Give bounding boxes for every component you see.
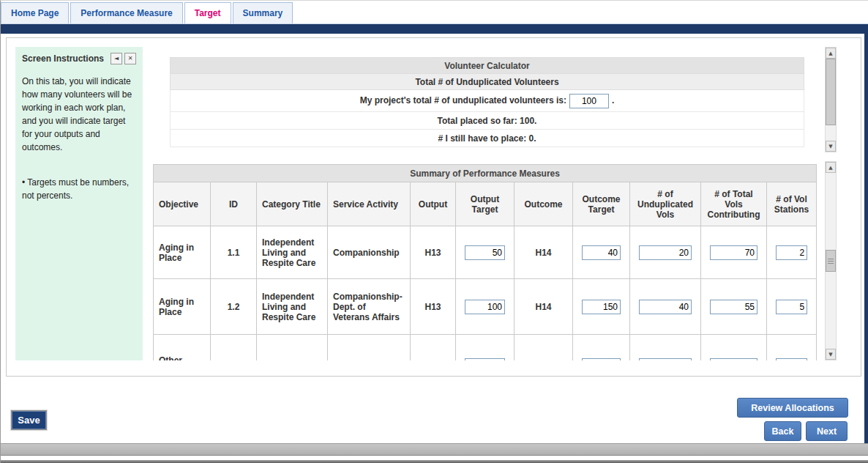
scroll-down-icon[interactable]: ▼ [826,141,836,152]
window-right-edge [864,24,868,443]
cell-id: 1.2 [211,279,257,335]
col-output: Output [411,182,456,226]
col-output-target: Output Target [456,182,515,226]
scrollbar-thumb[interactable] [826,59,836,125]
col-outcome-target: Outcome Target [573,182,630,226]
total-placed-text: Total placed so far: 100. [171,112,804,130]
output-target-input[interactable] [465,358,505,361]
performance-measures-scrollarea: Summary of Performance Measures Objectiv… [153,161,825,360]
outcome-target-input[interactable] [582,300,621,314]
save-button[interactable]: Save [11,410,47,430]
summary-header-row: Objective ID Category Title Service Acti… [154,182,817,226]
collapse-panel-icon[interactable]: ◄ [111,53,122,64]
header-divider-bar [1,24,868,34]
col-service-activity: Service Activity [328,182,411,226]
performance-measures-table: Summary of Performance Measures Objectiv… [153,164,817,360]
cell-id: 1.1 [211,226,257,279]
instructions-note: • Targets must be numbers, not percents. [22,176,136,202]
performance-measures-section: Summary of Performance Measures Objectiv… [153,161,837,360]
cell-objective: Other Healthy [154,335,211,361]
outcome-target-input[interactable] [582,358,621,361]
next-button[interactable]: Next [806,421,848,441]
calculator-title: Volunteer Calculator [171,58,804,74]
label-period: . [612,95,614,105]
summary-title: Summary of Performance Measures [154,165,817,182]
scroll-up-icon[interactable]: ▲ [826,48,836,59]
col-id: ID [211,182,257,226]
screen-instructions-panel: Screen Instructions ◄ ✕ On this tab, you… [15,47,143,360]
table-row: Other Healthy 2.1 Other Serving Non- OT2 [154,335,817,361]
cell-service-activity: Companionship [328,226,411,279]
cell-outcome: H14 [515,226,573,279]
col-objective: Objective [154,182,211,226]
cell-service-activity: Companionship-Dept. of Veterans Affairs [328,279,411,335]
volunteer-calculator-section: Volunteer Calculator Total # of Unduplic… [153,47,837,152]
cell-objective: Aging in Place [154,279,211,335]
cell-category-title: Independent Living and Respite Care [257,226,328,279]
scrollbar-track[interactable] [826,173,836,349]
cell-outcome: H14 [515,279,573,335]
cell-category-title: Other [257,335,328,361]
cell-output: H13 [411,279,456,335]
table-row: Aging in Place 1.2 Independent Living an… [154,279,817,335]
unduplicated-vols-input[interactable] [639,245,692,260]
total-vols-input[interactable] [710,300,757,314]
total-vols-input[interactable] [710,358,757,361]
cell-category-title: Independent Living and Respite Care [257,279,328,335]
col-outcome: Outcome [515,182,573,226]
content-frame: Screen Instructions ◄ ✕ On this tab, you… [6,37,861,377]
scrollbar-grip-icon [828,259,834,264]
status-bar [1,443,868,456]
tab-summary[interactable]: Summary [233,2,293,23]
calculator-scrollbar[interactable]: ▲ ▼ [825,47,837,152]
col-unduplicated-vols: # of Unduplicated Vols [630,182,701,226]
volunteer-calculator-scrollarea: Volunteer Calculator Total # of Unduplic… [153,47,825,152]
review-allocations-button[interactable]: Review Allocations [737,398,848,418]
app-window: Home Page Performance Measure Target Sum… [0,0,868,463]
still-to-place-text: # I still have to place: 0. [171,130,804,147]
vol-stations-input[interactable] [776,358,807,361]
scroll-down-icon[interactable]: ▼ [826,349,836,360]
volunteer-calculator-table: Volunteer Calculator Total # of Unduplic… [170,57,804,147]
col-category-title: Category Title [257,182,328,226]
unduplicated-vols-input[interactable] [639,358,692,361]
cell-output: OT2 [411,335,456,361]
tab-bar: Home Page Performance Measure Target Sum… [1,1,868,24]
cell-service-activity: Serving Non- [328,335,411,361]
vol-stations-input[interactable] [776,245,807,260]
unduplicated-volunteers-input[interactable] [569,94,609,108]
scrollbar-track[interactable] [826,59,836,141]
scrollbar-thumb[interactable] [826,250,836,272]
summary-scrollbar[interactable]: ▲ ▼ [825,161,837,360]
instructions-text: On this tab, you will indicate how many … [22,75,136,154]
scroll-up-icon[interactable]: ▲ [826,162,836,173]
back-button[interactable]: Back [764,421,801,441]
tab-home-page[interactable]: Home Page [1,2,69,23]
screen-instructions-header: Screen Instructions ◄ ✕ [22,53,136,64]
vol-stations-input[interactable] [776,300,807,314]
cell-objective: Aging in Place [154,226,211,279]
window-bottom-edge [1,460,868,463]
cell-id: 2.1 [211,335,257,361]
output-target-input[interactable] [465,300,505,314]
cell-output: H13 [411,226,456,279]
calculator-subtitle: Total # of Unduplicated Volunteers [171,74,804,90]
table-row: Aging in Place 1.1 Independent Living an… [154,226,817,279]
calculator-input-row: My project's total # of unduplicated vol… [171,90,804,112]
output-target-input[interactable] [465,245,505,260]
unduplicated-vols-input[interactable] [639,300,692,314]
outcome-target-input[interactable] [582,245,621,260]
screen-instructions-title: Screen Instructions [22,53,104,64]
tab-performance-measure[interactable]: Performance Measure [70,2,182,23]
col-vol-stations: # of Vol Stations [767,182,817,226]
unduplicated-volunteers-label: My project's total # of unduplicated vol… [360,95,566,105]
total-vols-input[interactable] [710,245,757,260]
cell-outcome [515,335,573,361]
tab-target[interactable]: Target [184,2,231,23]
col-total-vols-contributing: # of Total Vols Contributing [701,182,767,226]
close-panel-icon[interactable]: ✕ [124,53,136,64]
